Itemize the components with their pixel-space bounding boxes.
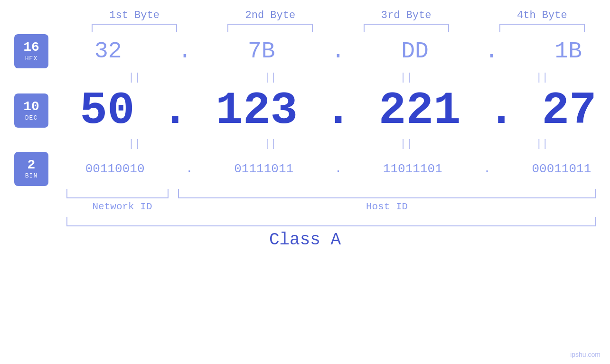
hex-base-num: 16	[23, 40, 39, 55]
bracket-top-2	[223, 24, 318, 32]
hex-dot1: .	[178, 38, 192, 64]
host-id-label: Host ID	[178, 201, 596, 212]
hex-values: 32 . 7B . DD . 1B	[0, 38, 610, 64]
bin-dot3: .	[480, 162, 494, 176]
bin-badge: 2 BIN	[14, 152, 48, 186]
bottom-brackets-container	[0, 189, 610, 198]
eq1-b3: ||	[359, 72, 454, 84]
host-id-bracket	[178, 189, 596, 198]
dec-dot2: .	[325, 85, 352, 137]
eq1-b2: ||	[223, 72, 318, 84]
hex-dot2: .	[331, 38, 345, 64]
bin-row: 2 BIN 00110010 . 01111011 . 11011101 . 0…	[0, 151, 610, 187]
bin-dot2: .	[331, 162, 345, 176]
bracket-top-3	[359, 24, 454, 32]
bin-byte3: 11011101	[383, 162, 442, 176]
bracket-top-1	[87, 24, 182, 32]
hex-dot3: .	[485, 38, 499, 64]
equals-row-1: || || || ||	[0, 70, 610, 84]
dec-row: 10 DEC 50 . 123 . 221 . 27	[0, 84, 610, 137]
bin-byte2: 01111011	[234, 162, 293, 176]
dec-dot1: .	[161, 85, 189, 137]
class-bracket-container	[0, 217, 610, 226]
bracket-line-4	[499, 24, 585, 32]
dec-byte3: 221	[379, 85, 461, 137]
byte1-header: 1st Byte	[87, 9, 182, 21]
eq2-b1: ||	[87, 138, 182, 150]
top-brackets	[0, 24, 610, 32]
dec-badge: 10 DEC	[14, 93, 48, 128]
hex-byte1: 32	[94, 38, 122, 64]
dec-base-label: DEC	[25, 114, 38, 121]
bracket-top-4	[495, 24, 590, 32]
bin-byte1: 00110010	[85, 162, 145, 176]
bracket-line-1	[92, 24, 177, 32]
eq2-b4: ||	[495, 138, 590, 150]
network-id-bracket	[66, 189, 169, 198]
hex-base-label: HEX	[25, 55, 38, 62]
class-label-row: Class A	[0, 230, 610, 250]
equals-row-2: || || || ||	[0, 137, 610, 151]
bin-base-num: 2	[28, 158, 36, 173]
class-bracket	[66, 217, 596, 226]
byte2-header: 2nd Byte	[223, 9, 318, 21]
hex-byte2: 7B	[248, 38, 275, 64]
eq1-b1: ||	[87, 72, 182, 84]
eq1-b4: ||	[495, 72, 590, 84]
dec-dot3: .	[488, 85, 515, 137]
dec-byte2: 123	[216, 85, 298, 137]
hex-byte4: 1B	[554, 38, 582, 64]
bracket-line-2	[227, 24, 313, 32]
dec-byte4: 27	[542, 85, 596, 137]
bin-byte4: 00011011	[532, 162, 591, 176]
network-id-label: Network ID	[66, 201, 178, 212]
hex-row: 16 HEX 32 . 7B . DD . 1B	[0, 32, 610, 70]
bracket-line-3	[364, 24, 449, 32]
dec-values: 50 . 123 . 221 . 27	[0, 85, 610, 137]
class-a-label: Class A	[269, 230, 341, 250]
dec-byte1: 50	[80, 85, 134, 137]
hex-byte3: DD	[401, 38, 429, 64]
main-container: 1st Byte 2nd Byte 3rd Byte 4th Byte 16 H…	[0, 0, 610, 364]
bin-dot1: .	[182, 162, 197, 176]
bracket-spacer	[169, 189, 178, 198]
dec-base-num: 10	[23, 100, 39, 114]
byte3-header: 3rd Byte	[359, 9, 454, 21]
eq2-b2: ||	[223, 138, 318, 150]
byte-headers: 1st Byte 2nd Byte 3rd Byte 4th Byte	[0, 9, 610, 21]
eq2-b3: ||	[359, 138, 454, 150]
bin-values: 00110010 . 01111011 . 11011101 . 0001101…	[0, 162, 610, 176]
bin-base-label: BIN	[25, 172, 38, 179]
hex-badge: 16 HEX	[14, 34, 48, 68]
watermark: ipshu.com	[570, 351, 601, 358]
byte4-header: 4th Byte	[495, 9, 590, 21]
id-labels-row: Network ID Host ID	[0, 201, 610, 212]
